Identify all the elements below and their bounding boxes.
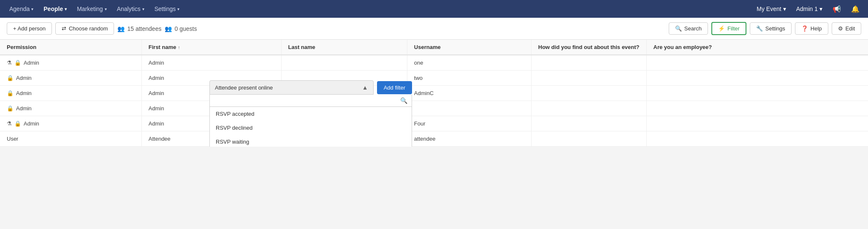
- col-last-name: Last name: [281, 40, 407, 55]
- admin-selector[interactable]: Admin 1 ▾: [793, 4, 826, 14]
- table-row: ⚗ 🔒 Admin Admin one: [0, 55, 868, 71]
- cell-custom2: [646, 55, 868, 71]
- admin-chevron-icon: ▾: [819, 5, 822, 12]
- cell-permission: ⚗ 🔒 Admin: [0, 55, 141, 71]
- event-selector[interactable]: My Event ▾: [753, 4, 789, 14]
- table-row: ⚗ 🔒 Admin Admin Four Four: [0, 116, 868, 131]
- cell-custom2: [646, 101, 868, 116]
- settings-tool-label: Settings: [765, 25, 785, 32]
- dropdown-header-text: Attendee present online: [215, 85, 273, 91]
- guest-count: 👥 0 guests: [165, 25, 197, 32]
- table-row: User Attendee Five attendee: [0, 131, 868, 147]
- flask-icon: ⚗: [7, 120, 12, 127]
- marketing-chevron-icon: ▾: [105, 7, 107, 11]
- dropdown-collapse-icon[interactable]: ▲: [362, 84, 368, 91]
- nav-item-analytics[interactable]: Analytics ▾: [113, 3, 149, 15]
- analytics-chevron-icon: ▾: [142, 7, 144, 11]
- attendees-icon: 👥: [117, 25, 125, 32]
- cell-permission: 🔒 Admin: [0, 86, 141, 101]
- add-person-button[interactable]: + Add person: [7, 22, 52, 35]
- search-button[interactable]: 🔍 Search: [669, 22, 708, 35]
- col-custom1: How did you find out about this event?: [531, 40, 646, 55]
- event-chevron-icon: ▾: [783, 5, 786, 12]
- toolbar-left: + Add person ⇄ Choose random 👥 15 attend…: [7, 22, 665, 35]
- cell-custom2: [646, 86, 868, 101]
- dropdown-header: Attendee present online ▲: [209, 80, 374, 95]
- lock-icon: 🔒: [14, 60, 21, 66]
- main-content: Permission First name ↑ Last name Userna…: [0, 40, 868, 147]
- attendees-label: 15 attendees: [127, 25, 161, 32]
- help-button[interactable]: ❓ Help: [795, 22, 828, 35]
- people-label: People: [43, 5, 63, 12]
- permission-value: User: [7, 136, 18, 142]
- help-icon: ❓: [801, 25, 808, 32]
- edit-label: Edit: [846, 25, 855, 32]
- add-filter-button[interactable]: Add filter: [377, 81, 412, 94]
- wrench-icon: 🔧: [756, 25, 763, 32]
- lock-icon: 🔒: [14, 120, 21, 127]
- nav-right: My Event ▾ Admin 1 ▾ 📢 🔔: [753, 3, 863, 15]
- dropdown-search-box: 🔍: [209, 95, 412, 107]
- dropdown-search-icon: 🔍: [400, 97, 407, 104]
- cell-permission: ⚗ 🔒 Admin: [0, 116, 141, 131]
- marketing-label: Marketing: [77, 5, 103, 12]
- choose-random-label: Choose random: [69, 25, 108, 32]
- agenda-label: Agenda: [9, 5, 30, 12]
- attendees-table: Permission First name ↑ Last name Userna…: [0, 40, 868, 147]
- sort-icon: ↑: [178, 45, 180, 50]
- admin-name: Admin 1: [796, 5, 818, 12]
- people-chevron-icon: ▾: [65, 7, 67, 11]
- dropdown-search-input[interactable]: [214, 98, 400, 104]
- dropdown-item[interactable]: RSVP declined: [210, 121, 412, 135]
- search-icon: 🔍: [675, 25, 682, 32]
- settings-tool-button[interactable]: 🔧 Settings: [750, 22, 792, 35]
- toolbar-right: 🔍 Search ⚡ Filter 🔧 Settings ❓ Help ⚙ Ed…: [669, 22, 861, 35]
- cell-first-name: Admin: [141, 55, 281, 71]
- filter-dropdown: Attendee present online ▲ Add filter 🔍 R…: [209, 80, 412, 147]
- table-row: 🔒 Admin Admin Three: [0, 101, 868, 116]
- analytics-label: Analytics: [117, 5, 141, 12]
- cell-permission: 🔒 Admin: [0, 101, 141, 116]
- bell-icon[interactable]: 🔔: [848, 3, 863, 15]
- choose-random-button[interactable]: ⇄ Choose random: [55, 22, 114, 35]
- agenda-chevron-icon: ▾: [31, 7, 33, 11]
- cell-last-name: [281, 55, 407, 71]
- permission-value: Admin: [24, 60, 39, 66]
- flask-icon: ⚗: [7, 60, 12, 66]
- cell-custom1: [531, 86, 646, 101]
- guests-label: 0 guests: [174, 25, 197, 32]
- nav-item-agenda[interactable]: Agenda ▾: [5, 3, 38, 15]
- notifications-icon[interactable]: 📢: [829, 3, 844, 15]
- dropdown-list: RSVP acceptedRSVP declinedRSVP waitingAp…: [209, 107, 412, 147]
- lock-icon: 🔒: [7, 90, 14, 96]
- cell-username: Four: [407, 116, 531, 131]
- permission-value: Admin: [16, 75, 32, 81]
- add-person-label: + Add person: [13, 25, 46, 32]
- help-label: Help: [811, 25, 822, 32]
- table-row: 🔒 Admin Admin AdminC: [0, 86, 868, 101]
- edit-icon: ⚙: [838, 25, 843, 32]
- settings-chevron-icon: ▾: [177, 7, 179, 11]
- event-name: My Event: [757, 5, 781, 12]
- edit-button[interactable]: ⚙ Edit: [832, 22, 861, 35]
- filter-icon: ⚡: [718, 25, 725, 32]
- filter-label: Filter: [727, 25, 740, 32]
- dropdown-item[interactable]: RSVP waiting: [210, 135, 412, 147]
- cell-custom2: [646, 116, 868, 131]
- nav-item-marketing[interactable]: Marketing ▾: [73, 3, 111, 15]
- add-filter-label: Add filter: [384, 85, 405, 91]
- cell-username: one: [407, 55, 531, 71]
- dropdown-item[interactable]: RSVP accepted: [210, 107, 412, 121]
- cell-custom1: [531, 55, 646, 71]
- col-permission: Permission: [0, 40, 141, 55]
- col-first-name[interactable]: First name ↑: [141, 40, 281, 55]
- nav-item-settings[interactable]: Settings ▾: [150, 3, 184, 15]
- cell-custom2: [646, 131, 868, 147]
- cell-custom1: [531, 116, 646, 131]
- settings-nav-label: Settings: [155, 5, 176, 12]
- shuffle-icon: ⇄: [62, 25, 66, 32]
- filter-button[interactable]: ⚡ Filter: [711, 22, 746, 35]
- permission-value: Admin: [16, 105, 32, 112]
- nav-item-people[interactable]: People ▾: [39, 3, 71, 15]
- cell-username: two: [407, 71, 531, 86]
